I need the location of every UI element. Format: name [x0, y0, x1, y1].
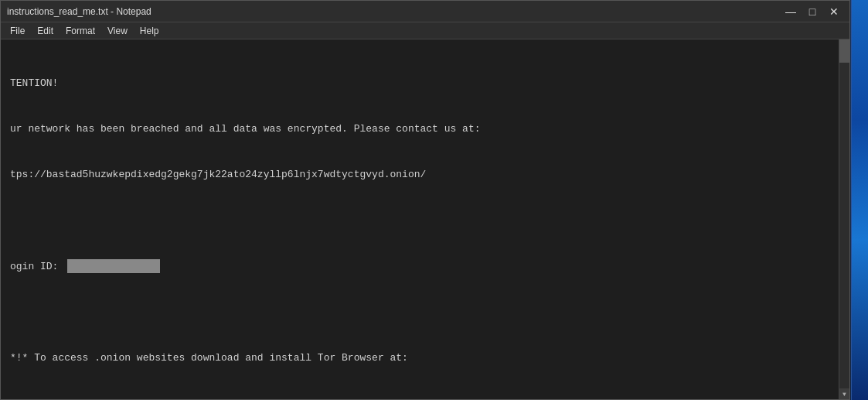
- login-id-box: [67, 259, 160, 273]
- menu-file[interactable]: File: [4, 24, 31, 38]
- text-line-6: [10, 305, 825, 320]
- menu-help[interactable]: Help: [134, 24, 165, 38]
- text-line-7: *!* To access .onion websites download a…: [10, 350, 825, 366]
- desktop-taskbar-right: [851, 0, 868, 400]
- window-title: instructions_read_me.txt - Notepad: [7, 6, 151, 17]
- text-line-1: TENTION!: [10, 76, 825, 91]
- text-line-4: [10, 213, 825, 228]
- text-line-2: ur network has been breached and all dat…: [10, 121, 825, 137]
- text-content: TENTION! ur network has been breached an…: [10, 46, 840, 399]
- menu-bar: File Edit Format View Help: [1, 22, 849, 39]
- scroll-down-arrow[interactable]: ▼: [839, 388, 849, 399]
- menu-edit[interactable]: Edit: [31, 24, 60, 38]
- maximize-button[interactable]: □: [803, 4, 822, 19]
- notepad-window: instructions_read_me.txt - Notepad — □ ✕…: [0, 0, 850, 400]
- scroll-thumb[interactable]: [839, 39, 849, 63]
- text-line-5: ogin ID:: [10, 259, 825, 275]
- menu-format[interactable]: Format: [60, 24, 101, 38]
- title-controls: — □ ✕: [781, 4, 843, 19]
- content-area[interactable]: ▲ ▼ TENTION! ur network has been breache…: [1, 39, 849, 399]
- title-bar: instructions_read_me.txt - Notepad — □ ✕: [1, 1, 849, 22]
- menu-view[interactable]: View: [101, 24, 134, 38]
- scrollbar[interactable]: ▲ ▼: [839, 39, 849, 399]
- text-line-3: tps://bastad5huzwkepdixedg2gekg7jk22ato2…: [10, 167, 825, 183]
- desktop: instructions_read_me.txt - Notepad — □ ✕…: [0, 0, 868, 400]
- minimize-button[interactable]: —: [781, 4, 800, 19]
- close-button[interactable]: ✕: [825, 4, 843, 19]
- text-line-8: [10, 396, 825, 399]
